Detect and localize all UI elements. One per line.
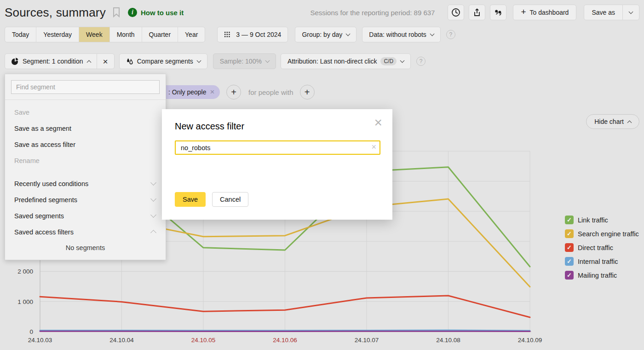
chevron-down-icon (346, 31, 351, 36)
legend-item: ✓ Internal traffic (565, 257, 639, 266)
clear-input-icon[interactable]: × (371, 142, 376, 152)
x-axis-tick-label: 24.10.06 (273, 337, 297, 344)
chevron-down-icon (629, 9, 633, 14)
segment-dropdown-button[interactable]: Segment: 1 condition (5, 54, 97, 69)
menu-item-rename[interactable]: Rename (5, 152, 166, 169)
legend-label: Link traffic (578, 216, 608, 224)
bookmark-icon[interactable] (112, 7, 121, 18)
tab-month[interactable]: Month (109, 27, 142, 42)
filter-name-field-wrap: × (175, 140, 380, 155)
date-range-button[interactable]: 3 — 9 Oct 2024 (217, 27, 288, 42)
new-access-filter-dialog: New access filter × × Save Cancel (162, 109, 392, 220)
sample-dropdown[interactable]: Sample: 100% (213, 53, 276, 69)
segment-clear-button[interactable]: × (97, 54, 114, 69)
clock-icon (451, 8, 460, 17)
menu-item-save-as-access-filter[interactable]: Save as access filter (5, 136, 166, 152)
chevron-down-icon (150, 212, 156, 218)
attribution-label: Attribution: Last non-direct click (288, 58, 377, 65)
add-people-condition-button[interactable]: + (300, 85, 315, 99)
legend-item: ✓ Direct traffic (565, 243, 639, 252)
tab-today[interactable]: Today (5, 27, 36, 42)
y-axis-tick-label: 0 (29, 328, 33, 335)
to-dashboard-label: To dashboard (530, 9, 569, 16)
to-dashboard-button[interactable]: + To dashboard (513, 5, 576, 20)
x-axis-tick-label: 24.10.05 (191, 337, 216, 344)
save-as-menu-button[interactable] (622, 5, 639, 20)
dialog-title: New access filter (175, 121, 244, 132)
legend-checkbox-link-traffic[interactable]: ✓ (565, 216, 574, 224)
section-recently-used-conditions[interactable]: Recently used conditions (5, 175, 166, 192)
legend-checkbox-direct-traffic[interactable]: ✓ (565, 243, 574, 252)
tab-year[interactable]: Year (178, 27, 205, 42)
add-condition-button[interactable]: + (226, 85, 241, 99)
save-as-button[interactable]: Save as (584, 5, 622, 20)
legend-checkbox-mailing-traffic[interactable]: ✓ (565, 271, 574, 280)
group-by-dropdown[interactable]: Group: by day (295, 27, 356, 42)
info-icon: i (128, 8, 137, 17)
x-axis-tick-label: 24.10.03 (28, 337, 52, 344)
chart-legend: ✓ Link traffic ✓ Search engine traffic ✓… (565, 216, 639, 285)
period-toolbar: Today Yesterday Week Month Quarter Year … (5, 27, 455, 42)
compare-segments-dropdown[interactable]: Compare segments (119, 53, 207, 69)
legend-checkbox-search-engine-traffic[interactable]: ✓ (565, 229, 574, 238)
segment-label: Segment: 1 condition (23, 58, 83, 65)
save-as-label: Save as (592, 9, 615, 16)
segment-split-button: Segment: 1 condition × (5, 53, 115, 69)
dialog-close-icon[interactable]: × (374, 115, 382, 130)
compare-segments-label: Compare segments (137, 58, 193, 65)
segment-pill-label: : Only people (168, 88, 207, 96)
y-axis-tick-label: 2 000 (17, 268, 33, 275)
x-axis-tick-label: 24.10.09 (518, 337, 542, 344)
chevron-down-icon (196, 58, 201, 63)
filter-name-input[interactable] (175, 140, 380, 155)
segment-toolbar: Segment: 1 condition × Compare segments … (5, 53, 426, 69)
history-button[interactable] (448, 5, 464, 20)
remove-condition-icon[interactable]: × (210, 88, 215, 97)
help-icon[interactable]: ? (416, 57, 426, 66)
cancel-button[interactable]: Cancel (212, 192, 248, 207)
chevron-down-icon (430, 31, 434, 36)
legend-checkbox-internal-traffic[interactable]: ✓ (565, 257, 574, 266)
find-segment-input[interactable] (11, 80, 160, 94)
header-row: Sources, summary i How to use it Session… (5, 4, 639, 21)
section-predefined-segments[interactable]: Predefined segments (5, 192, 166, 208)
chevron-up-icon (627, 120, 632, 125)
x-axis-tick-label: 24.10.04 (109, 337, 134, 344)
data-mode-label: Data: without robots (369, 31, 426, 38)
tab-week[interactable]: Week (79, 27, 109, 42)
save-button[interactable]: Save (175, 192, 206, 207)
x-axis-tick-label: 24.10.07 (355, 337, 379, 344)
export-button[interactable] (469, 5, 485, 20)
legend-label: Search engine traffic (578, 230, 639, 238)
no-segments-text: No segments (5, 240, 166, 251)
y-axis-tick-label: 1 000 (17, 298, 33, 305)
x-axis-tick-label: 24.10.08 (436, 337, 460, 344)
save-as-split-button: Save as (584, 5, 639, 20)
attribution-dropdown[interactable]: Attribution: Last non-direct click C/D (281, 53, 411, 69)
legend-label: Direct traffic (578, 244, 613, 251)
legend-item: ✓ Mailing traffic (565, 271, 639, 280)
export-icon (472, 8, 482, 17)
chevron-down-icon (265, 58, 270, 63)
hide-chart-button[interactable]: Hide chart (586, 114, 639, 129)
section-label: Saved access filters (14, 228, 74, 236)
menu-item-save[interactable]: Save (5, 104, 166, 120)
section-saved-segments[interactable]: Saved segments (5, 208, 166, 224)
segment-menu-list: Save Save as a segment Save as access fi… (5, 100, 166, 251)
tab-quarter[interactable]: Quarter (142, 27, 178, 42)
page-title: Sources, summary (5, 6, 106, 20)
plus-icon: + (521, 7, 526, 17)
help-icon[interactable]: ? (446, 30, 455, 39)
legend-label: Mailing traffic (578, 272, 617, 279)
section-saved-access-filters[interactable]: Saved access filters (5, 224, 166, 240)
chevron-down-icon (400, 58, 405, 63)
tab-yesterday[interactable]: Yesterday (36, 27, 79, 42)
data-mode-dropdown[interactable]: Data: without robots (362, 27, 441, 42)
how-to-use-link[interactable]: i How to use it (128, 8, 184, 17)
quotes-icon (494, 8, 503, 17)
menu-item-save-as-segment[interactable]: Save as a segment (5, 120, 166, 136)
drops-icon (126, 58, 133, 65)
chevron-down-icon (150, 196, 156, 202)
comments-button[interactable] (490, 5, 506, 20)
how-to-use-label: How to use it (141, 9, 184, 17)
